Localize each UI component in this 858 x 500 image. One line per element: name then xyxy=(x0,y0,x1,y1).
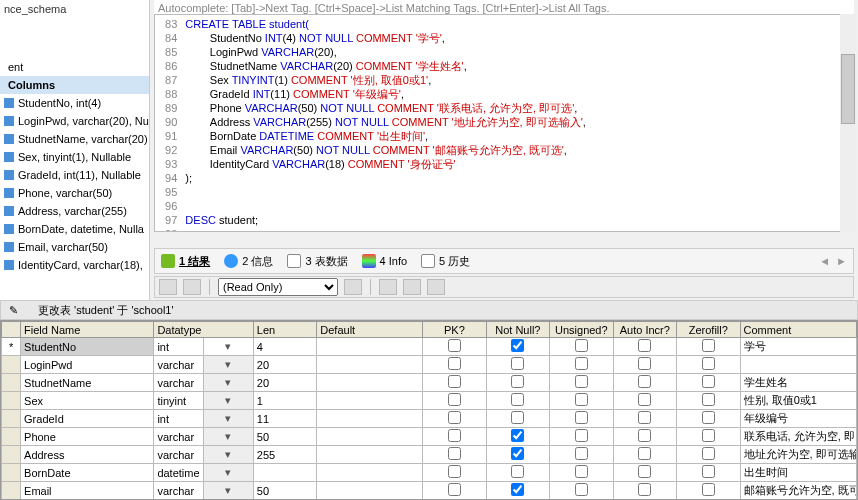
zerofill-cell[interactable] xyxy=(677,374,740,392)
unsigned-cell[interactable] xyxy=(550,410,613,428)
field-name-cell[interactable]: BornDate xyxy=(21,464,154,482)
table-node[interactable]: ent xyxy=(0,58,149,76)
tab-history[interactable]: 5 历史 xyxy=(421,254,470,269)
table-row[interactable]: * StudentNo int ▾ 4 学号 xyxy=(2,338,857,356)
tab-tabledata[interactable]: 3 表数据 xyxy=(287,254,347,269)
tab-info[interactable]: 4 Info xyxy=(362,254,408,268)
comment-cell[interactable]: 联系电话, 允许为空, 即 xyxy=(740,428,856,446)
pk-cell[interactable] xyxy=(423,482,486,500)
comment-cell[interactable]: 地址允许为空, 即可选输 xyxy=(740,446,856,464)
pk-cell[interactable] xyxy=(423,410,486,428)
default-cell[interactable] xyxy=(317,338,423,356)
col-item[interactable]: Address, varchar(255) xyxy=(0,202,149,220)
notnull-cell[interactable] xyxy=(486,428,549,446)
col-item[interactable]: IdentityCard, varchar(18), xyxy=(0,256,149,274)
sql-editor[interactable]: 8384858687888990919293949596979899100101… xyxy=(154,14,854,232)
object-tree[interactable]: nce_schema ent Columns StudentNo, int(4)… xyxy=(0,0,150,300)
len-cell[interactable]: 50 xyxy=(253,428,316,446)
comment-cell[interactable]: 邮箱账号允许为空, 既可 xyxy=(740,482,856,500)
col-item[interactable]: Email, varchar(50) xyxy=(0,238,149,256)
notnull-cell[interactable] xyxy=(486,410,549,428)
autoincr-cell[interactable] xyxy=(613,356,676,374)
notnull-cell[interactable] xyxy=(486,356,549,374)
table-row[interactable]: StudnetName varchar ▾ 20 学生姓名 xyxy=(2,374,857,392)
tab-result[interactable]: 1 结果 xyxy=(161,254,210,269)
zerofill-cell[interactable] xyxy=(677,356,740,374)
field-name-cell[interactable]: Sex xyxy=(21,392,154,410)
notnull-cell[interactable] xyxy=(486,392,549,410)
autoincr-cell[interactable] xyxy=(613,374,676,392)
col-item[interactable]: BornDate, datetime, Nulla xyxy=(0,220,149,238)
len-cell[interactable]: 20 xyxy=(253,356,316,374)
zerofill-cell[interactable] xyxy=(677,446,740,464)
datatype-dropdown[interactable]: ▾ xyxy=(204,356,254,374)
unsigned-cell[interactable] xyxy=(550,392,613,410)
field-name-cell[interactable]: GradeId xyxy=(21,410,154,428)
pk-cell[interactable] xyxy=(423,356,486,374)
unsigned-cell[interactable] xyxy=(550,374,613,392)
len-cell[interactable]: 20 xyxy=(253,374,316,392)
notnull-cell[interactable] xyxy=(486,482,549,500)
schema-node[interactable]: nce_schema xyxy=(0,0,149,18)
readonly-select[interactable]: (Read Only) xyxy=(218,278,338,296)
table-row[interactable]: Phone varchar ▾ 50 联系电话, 允许为空, 即 xyxy=(2,428,857,446)
comment-cell[interactable]: 学号 xyxy=(740,338,856,356)
next-icon[interactable]: ► xyxy=(836,255,847,267)
scroll-thumb[interactable] xyxy=(841,54,855,124)
comment-cell[interactable]: 出生时间 xyxy=(740,464,856,482)
table-row[interactable]: Address varchar ▾ 255 地址允许为空, 即可选输 xyxy=(2,446,857,464)
datatype-dropdown[interactable]: ▾ xyxy=(204,392,254,410)
pk-cell[interactable] xyxy=(423,338,486,356)
field-name-cell[interactable]: Email xyxy=(21,482,154,500)
schema-grid[interactable]: Field Name Datatype Len Default PK? Not … xyxy=(0,320,858,500)
field-name-cell[interactable]: StudnetName xyxy=(21,374,154,392)
pk-cell[interactable] xyxy=(423,464,486,482)
notnull-cell[interactable] xyxy=(486,338,549,356)
len-cell[interactable] xyxy=(253,464,316,482)
col-item[interactable]: LoginPwd, varchar(20), Nu xyxy=(0,112,149,130)
unsigned-cell[interactable] xyxy=(550,446,613,464)
field-name-cell[interactable]: StudentNo xyxy=(21,338,154,356)
autoincr-cell[interactable] xyxy=(613,482,676,500)
comment-cell[interactable]: 年级编号 xyxy=(740,410,856,428)
col-item[interactable]: GradeId, int(11), Nullable xyxy=(0,166,149,184)
notnull-cell[interactable] xyxy=(486,464,549,482)
field-name-cell[interactable]: Phone xyxy=(21,428,154,446)
default-cell[interactable] xyxy=(317,464,423,482)
datatype-cell[interactable]: int xyxy=(154,338,204,356)
zerofill-cell[interactable] xyxy=(677,338,740,356)
table-row[interactable]: LoginPwd varchar ▾ 20 xyxy=(2,356,857,374)
autoincr-cell[interactable] xyxy=(613,428,676,446)
columns-folder[interactable]: Columns xyxy=(0,76,149,94)
zerofill-cell[interactable] xyxy=(677,392,740,410)
default-cell[interactable] xyxy=(317,374,423,392)
datatype-cell[interactable]: varchar xyxy=(154,374,204,392)
datatype-dropdown[interactable]: ▾ xyxy=(204,464,254,482)
datatype-dropdown[interactable]: ▾ xyxy=(204,338,254,356)
default-cell[interactable] xyxy=(317,446,423,464)
table-row[interactable]: Sex tinyint ▾ 1 性别, 取值0或1 xyxy=(2,392,857,410)
table-row[interactable]: GradeId int ▾ 11 年级编号 xyxy=(2,410,857,428)
zerofill-cell[interactable] xyxy=(677,464,740,482)
autoincr-cell[interactable] xyxy=(613,392,676,410)
datatype-cell[interactable]: varchar xyxy=(154,428,204,446)
col-item[interactable]: StudnetName, varchar(20) xyxy=(0,130,149,148)
default-cell[interactable] xyxy=(317,428,423,446)
pk-cell[interactable] xyxy=(423,392,486,410)
unsigned-cell[interactable] xyxy=(550,356,613,374)
col-item[interactable]: Phone, varchar(50) xyxy=(0,184,149,202)
datatype-cell[interactable]: int xyxy=(154,410,204,428)
default-cell[interactable] xyxy=(317,482,423,500)
notnull-cell[interactable] xyxy=(486,446,549,464)
zerofill-cell[interactable] xyxy=(677,410,740,428)
col-item[interactable]: StudentNo, int(4) xyxy=(0,94,149,112)
notnull-cell[interactable] xyxy=(486,374,549,392)
pk-cell[interactable] xyxy=(423,428,486,446)
grid-button[interactable] xyxy=(403,279,421,295)
first-button[interactable] xyxy=(344,279,362,295)
zerofill-cell[interactable] xyxy=(677,482,740,500)
pk-cell[interactable] xyxy=(423,446,486,464)
len-cell[interactable]: 1 xyxy=(253,392,316,410)
tab-messages[interactable]: 2 信息 xyxy=(224,254,273,269)
text-button[interactable] xyxy=(427,279,445,295)
